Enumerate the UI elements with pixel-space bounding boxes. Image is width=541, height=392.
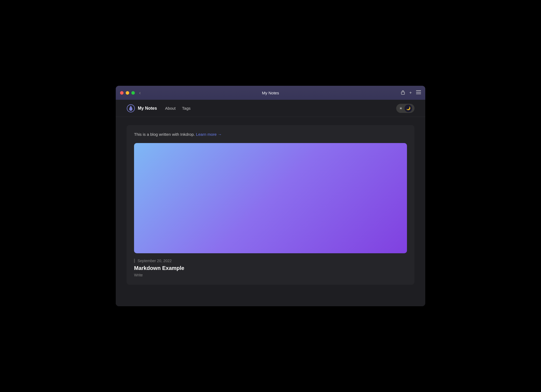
learn-more-link[interactable]: Learn more → bbox=[196, 132, 222, 137]
moon-icon: 🌙 bbox=[405, 105, 412, 112]
inkdrop-logo-icon bbox=[127, 104, 135, 113]
menu-icon[interactable] bbox=[416, 90, 421, 95]
titlebar-actions: + bbox=[401, 90, 421, 96]
svg-rect-0 bbox=[401, 92, 405, 94]
card-meta: September 20, 2022 Markdown Example Writ… bbox=[127, 253, 414, 285]
card-description: This is a blog written with Inkdrop. Lea… bbox=[127, 125, 414, 143]
traffic-lights bbox=[120, 91, 135, 95]
back-button[interactable]: ‹ bbox=[139, 90, 141, 96]
navbar-logo[interactable]: My Notes bbox=[127, 104, 157, 113]
sun-icon: ☀ bbox=[397, 105, 405, 112]
date-bar bbox=[134, 259, 135, 263]
card-subtitle: Write bbox=[134, 273, 407, 277]
maximize-button[interactable] bbox=[131, 91, 135, 95]
nav-link-about[interactable]: About bbox=[165, 106, 175, 111]
titlebar: ‹ My Notes + bbox=[116, 86, 425, 100]
close-button[interactable] bbox=[120, 91, 124, 95]
card-date: September 20, 2022 bbox=[134, 259, 407, 263]
card-description-text: This is a blog written with Inkdrop. bbox=[134, 132, 195, 137]
card-date-text: September 20, 2022 bbox=[138, 259, 172, 263]
nav-link-tags[interactable]: Tags bbox=[182, 106, 191, 111]
card-title: Markdown Example bbox=[134, 265, 407, 271]
add-icon[interactable]: + bbox=[409, 90, 412, 95]
app-window: ‹ My Notes + bbox=[116, 86, 425, 306]
minimize-button[interactable] bbox=[126, 91, 129, 95]
lock-icon[interactable] bbox=[401, 90, 405, 96]
navbar: My Notes About Tags ☀ 🌙 bbox=[116, 100, 425, 117]
navbar-links: About Tags bbox=[165, 106, 191, 111]
content-card: This is a blog written with Inkdrop. Lea… bbox=[127, 125, 414, 285]
main-content: This is a blog written with Inkdrop. Lea… bbox=[116, 117, 425, 306]
card-image bbox=[134, 143, 407, 253]
navbar-brand-label: My Notes bbox=[138, 106, 157, 111]
window-title: My Notes bbox=[262, 91, 279, 95]
theme-toggle[interactable]: ☀ 🌙 bbox=[396, 104, 414, 113]
